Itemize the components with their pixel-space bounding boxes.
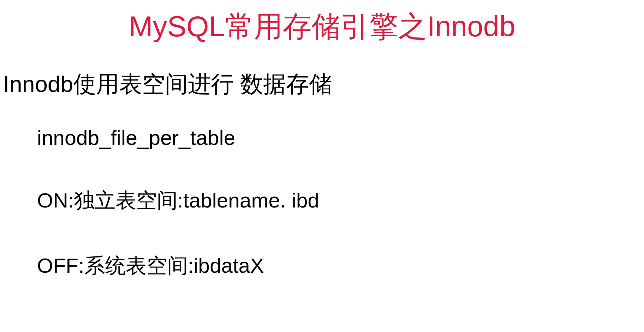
option-off: OFF:系统表空间:ibdataX [37, 252, 644, 280]
slide-subtitle: Innodb使用表空间进行 数据存储 [3, 69, 644, 100]
parameter-name: innodb_file_per_table [37, 126, 644, 150]
option-on: ON:独立表空间:tablename. ibd [37, 187, 644, 215]
slide-title: MySQL常用存储引擎之Innodb [0, 7, 644, 46]
